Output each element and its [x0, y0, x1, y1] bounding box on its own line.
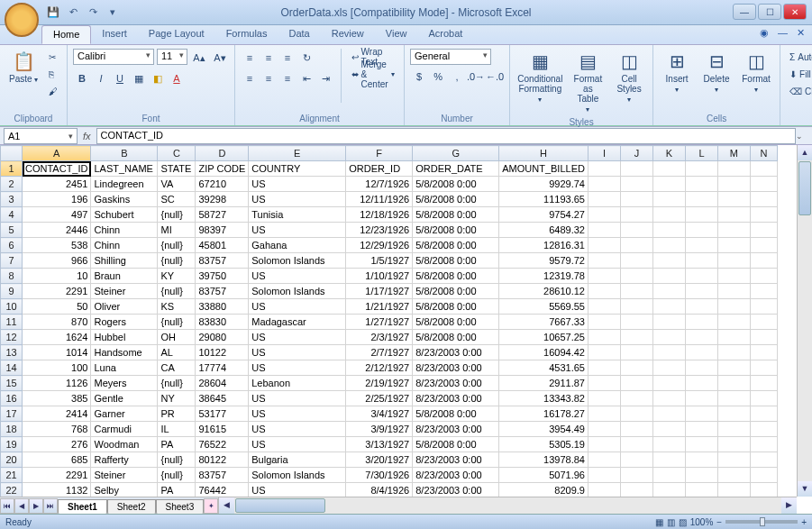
row-header-6[interactable]: 6 [1, 238, 23, 253]
cell-D11[interactable]: 83830 [196, 315, 249, 330]
cell-N20[interactable] [750, 452, 777, 468]
italic-button[interactable]: I [92, 69, 110, 87]
cell-C9[interactable]: {null} [158, 284, 196, 299]
cell-K20[interactable] [652, 452, 685, 468]
vertical-scrollbar[interactable]: ▲ ▼ [797, 145, 812, 497]
cell-N11[interactable] [750, 315, 777, 330]
cell-F3[interactable]: 12/11/1926 [346, 192, 413, 207]
cell-D10[interactable]: 33880 [196, 299, 249, 315]
cell-L9[interactable] [685, 284, 717, 299]
horizontal-scrollbar[interactable]: ◀ ▶ [218, 497, 797, 514]
cell-G8[interactable]: 5/8/2008 0:00 [413, 269, 499, 284]
cell-E10[interactable]: US [249, 299, 346, 315]
cell-K3[interactable] [652, 192, 685, 207]
grow-font-button[interactable]: A▴ [190, 49, 208, 67]
increase-decimal-button[interactable]: .0→ [467, 68, 485, 86]
cell-J19[interactable] [620, 437, 652, 452]
col-header-B[interactable]: B [91, 146, 158, 161]
cell-I6[interactable] [588, 238, 620, 253]
cell-A22[interactable]: 1132 [23, 483, 91, 497]
format-painter-button[interactable]: 🖌 [45, 83, 61, 99]
cell-H18[interactable]: 3954.49 [499, 422, 588, 437]
row-header-20[interactable]: 20 [1, 452, 23, 468]
cell-L16[interactable] [685, 391, 717, 406]
col-header-F[interactable]: F [346, 146, 413, 161]
cell-B16[interactable]: Gentle [91, 391, 158, 406]
font-color-button[interactable]: A [168, 69, 186, 87]
row-header-18[interactable]: 18 [1, 422, 23, 437]
cell-K18[interactable] [652, 422, 685, 437]
cell-I1[interactable] [588, 161, 620, 177]
cell-F14[interactable]: 2/12/1927 [346, 360, 413, 376]
cell-J11[interactable] [620, 315, 652, 330]
cell-E21[interactable]: Solomon Islands [249, 468, 346, 483]
col-header-N[interactable]: N [750, 146, 777, 161]
cell-M2[interactable] [717, 177, 750, 192]
sheet-tab-sheet1[interactable]: Sheet1 [58, 499, 107, 515]
delete-cells-button[interactable]: ⊟Delete [698, 49, 734, 96]
cell-J6[interactable] [620, 238, 652, 253]
cell-C8[interactable]: KY [158, 269, 196, 284]
cell-J12[interactable] [620, 330, 652, 345]
cell-E22[interactable]: US [249, 483, 346, 497]
cell-G17[interactable]: 5/8/2008 0:00 [413, 406, 499, 422]
cell-N8[interactable] [750, 269, 777, 284]
cell-H12[interactable]: 10657.25 [499, 330, 588, 345]
cell-K1[interactable] [652, 161, 685, 177]
cell-B10[interactable]: Oliver [91, 299, 158, 315]
cell-M20[interactable] [717, 452, 750, 468]
cell-K9[interactable] [652, 284, 685, 299]
cell-E11[interactable]: Madagascar [249, 315, 346, 330]
cell-D17[interactable]: 53177 [196, 406, 249, 422]
cell-N22[interactable] [750, 483, 777, 497]
shrink-font-button[interactable]: A▾ [211, 49, 229, 67]
cell-G7[interactable]: 5/8/2008 0:00 [413, 253, 499, 269]
row-header-10[interactable]: 10 [1, 299, 23, 315]
cell-H13[interactable]: 16094.42 [499, 345, 588, 360]
cell-E18[interactable]: US [249, 422, 346, 437]
cell-L15[interactable] [685, 376, 717, 391]
cell-K7[interactable] [652, 253, 685, 269]
tab-data[interactable]: Data [278, 25, 320, 44]
cell-F10[interactable]: 1/21/1927 [346, 299, 413, 315]
view-normal-icon[interactable]: ▦ [655, 517, 663, 527]
cell-C13[interactable]: AL [158, 345, 196, 360]
cell-E7[interactable]: Solomon Islands [249, 253, 346, 269]
cell-E20[interactable]: Bulgaria [249, 452, 346, 468]
minimize-ribbon-icon[interactable]: — [778, 27, 788, 39]
cut-button[interactable]: ✂ [45, 49, 61, 65]
close-button[interactable]: ✕ [783, 4, 807, 20]
cell-H21[interactable]: 5071.96 [499, 468, 588, 483]
cell-F21[interactable]: 7/30/1926 [346, 468, 413, 483]
cell-K11[interactable] [652, 315, 685, 330]
number-format-combo[interactable]: General [410, 49, 491, 65]
cell-F4[interactable]: 12/18/1926 [346, 207, 413, 223]
cell-J4[interactable] [620, 207, 652, 223]
tab-formulas[interactable]: Formulas [215, 25, 278, 44]
qat-dropdown-icon[interactable]: ▾ [105, 5, 121, 21]
cell-I8[interactable] [588, 269, 620, 284]
percent-button[interactable]: % [429, 68, 447, 86]
cell-E17[interactable]: US [249, 406, 346, 422]
format-cells-button[interactable]: ◫Format [738, 49, 774, 96]
cell-K5[interactable] [652, 223, 685, 238]
cell-C22[interactable]: PA [158, 483, 196, 497]
cell-G15[interactable]: 8/23/2003 0:00 [413, 376, 499, 391]
cell-A18[interactable]: 768 [23, 422, 91, 437]
cell-M22[interactable] [717, 483, 750, 497]
cell-C7[interactable]: {null} [158, 253, 196, 269]
cell-D22[interactable]: 76442 [196, 483, 249, 497]
col-header-D[interactable]: D [196, 146, 249, 161]
cell-D5[interactable]: 98397 [196, 223, 249, 238]
cell-I16[interactable] [588, 391, 620, 406]
cell-L17[interactable] [685, 406, 717, 422]
cell-C10[interactable]: KS [158, 299, 196, 315]
cell-A14[interactable]: 100 [23, 360, 91, 376]
cell-B17[interactable]: Garner [91, 406, 158, 422]
cell-E1[interactable]: COUNTRY [249, 161, 346, 177]
cell-A2[interactable]: 2451 [23, 177, 91, 192]
cell-F11[interactable]: 1/27/1927 [346, 315, 413, 330]
cell-C16[interactable]: NY [158, 391, 196, 406]
row-header-15[interactable]: 15 [1, 376, 23, 391]
cell-A17[interactable]: 2414 [23, 406, 91, 422]
